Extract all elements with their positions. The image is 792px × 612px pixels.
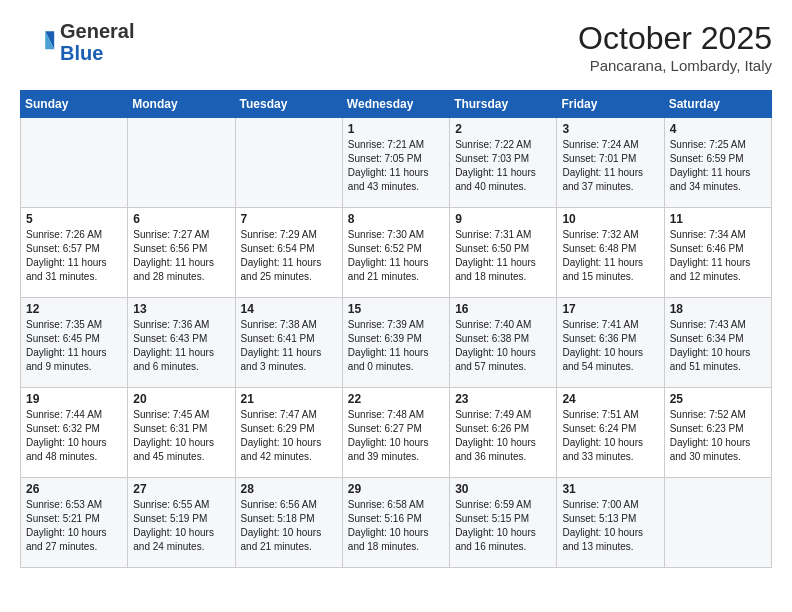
calendar-cell: 26Sunrise: 6:53 AM Sunset: 5:21 PM Dayli… [21, 478, 128, 568]
day-number: 23 [455, 392, 551, 406]
day-info: Sunrise: 7:00 AM Sunset: 5:13 PM Dayligh… [562, 498, 658, 554]
calendar-cell: 17Sunrise: 7:41 AM Sunset: 6:36 PM Dayli… [557, 298, 664, 388]
calendar-week-row: 26Sunrise: 6:53 AM Sunset: 5:21 PM Dayli… [21, 478, 772, 568]
day-info: Sunrise: 7:29 AM Sunset: 6:54 PM Dayligh… [241, 228, 337, 284]
calendar-cell: 5Sunrise: 7:26 AM Sunset: 6:57 PM Daylig… [21, 208, 128, 298]
calendar-cell: 3Sunrise: 7:24 AM Sunset: 7:01 PM Daylig… [557, 118, 664, 208]
calendar-cell: 19Sunrise: 7:44 AM Sunset: 6:32 PM Dayli… [21, 388, 128, 478]
day-info: Sunrise: 7:52 AM Sunset: 6:23 PM Dayligh… [670, 408, 766, 464]
calendar-cell: 9Sunrise: 7:31 AM Sunset: 6:50 PM Daylig… [450, 208, 557, 298]
calendar-cell [128, 118, 235, 208]
day-number: 15 [348, 302, 444, 316]
day-number: 9 [455, 212, 551, 226]
day-info: Sunrise: 7:40 AM Sunset: 6:38 PM Dayligh… [455, 318, 551, 374]
day-info: Sunrise: 6:58 AM Sunset: 5:16 PM Dayligh… [348, 498, 444, 554]
day-info: Sunrise: 7:41 AM Sunset: 6:36 PM Dayligh… [562, 318, 658, 374]
logo-general: General [60, 20, 134, 42]
logo-blue: Blue [60, 42, 134, 64]
day-number: 30 [455, 482, 551, 496]
calendar-week-row: 19Sunrise: 7:44 AM Sunset: 6:32 PM Dayli… [21, 388, 772, 478]
calendar-cell: 14Sunrise: 7:38 AM Sunset: 6:41 PM Dayli… [235, 298, 342, 388]
day-info: Sunrise: 7:21 AM Sunset: 7:05 PM Dayligh… [348, 138, 444, 194]
day-info: Sunrise: 7:39 AM Sunset: 6:39 PM Dayligh… [348, 318, 444, 374]
day-number: 22 [348, 392, 444, 406]
calendar-cell: 22Sunrise: 7:48 AM Sunset: 6:27 PM Dayli… [342, 388, 449, 478]
day-info: Sunrise: 7:27 AM Sunset: 6:56 PM Dayligh… [133, 228, 229, 284]
calendar-cell: 23Sunrise: 7:49 AM Sunset: 6:26 PM Dayli… [450, 388, 557, 478]
month-title: October 2025 [578, 20, 772, 57]
day-info: Sunrise: 7:45 AM Sunset: 6:31 PM Dayligh… [133, 408, 229, 464]
day-info: Sunrise: 7:36 AM Sunset: 6:43 PM Dayligh… [133, 318, 229, 374]
calendar-cell: 1Sunrise: 7:21 AM Sunset: 7:05 PM Daylig… [342, 118, 449, 208]
day-number: 27 [133, 482, 229, 496]
calendar-cell: 28Sunrise: 6:56 AM Sunset: 5:18 PM Dayli… [235, 478, 342, 568]
day-info: Sunrise: 7:38 AM Sunset: 6:41 PM Dayligh… [241, 318, 337, 374]
calendar-cell: 27Sunrise: 6:55 AM Sunset: 5:19 PM Dayli… [128, 478, 235, 568]
calendar-cell: 6Sunrise: 7:27 AM Sunset: 6:56 PM Daylig… [128, 208, 235, 298]
day-info: Sunrise: 7:24 AM Sunset: 7:01 PM Dayligh… [562, 138, 658, 194]
day-number: 6 [133, 212, 229, 226]
calendar-cell: 25Sunrise: 7:52 AM Sunset: 6:23 PM Dayli… [664, 388, 771, 478]
weekday-header: Monday [128, 91, 235, 118]
day-number: 7 [241, 212, 337, 226]
calendar-cell: 29Sunrise: 6:58 AM Sunset: 5:16 PM Dayli… [342, 478, 449, 568]
day-number: 18 [670, 302, 766, 316]
calendar-cell: 20Sunrise: 7:45 AM Sunset: 6:31 PM Dayli… [128, 388, 235, 478]
day-number: 13 [133, 302, 229, 316]
calendar-cell: 15Sunrise: 7:39 AM Sunset: 6:39 PM Dayli… [342, 298, 449, 388]
calendar-cell: 16Sunrise: 7:40 AM Sunset: 6:38 PM Dayli… [450, 298, 557, 388]
day-info: Sunrise: 7:34 AM Sunset: 6:46 PM Dayligh… [670, 228, 766, 284]
day-info: Sunrise: 7:31 AM Sunset: 6:50 PM Dayligh… [455, 228, 551, 284]
weekday-header-row: SundayMondayTuesdayWednesdayThursdayFrid… [21, 91, 772, 118]
weekday-header: Friday [557, 91, 664, 118]
calendar-week-row: 5Sunrise: 7:26 AM Sunset: 6:57 PM Daylig… [21, 208, 772, 298]
day-number: 29 [348, 482, 444, 496]
location: Pancarana, Lombardy, Italy [578, 57, 772, 74]
day-info: Sunrise: 7:51 AM Sunset: 6:24 PM Dayligh… [562, 408, 658, 464]
calendar-cell: 7Sunrise: 7:29 AM Sunset: 6:54 PM Daylig… [235, 208, 342, 298]
day-number: 4 [670, 122, 766, 136]
calendar-week-row: 1Sunrise: 7:21 AM Sunset: 7:05 PM Daylig… [21, 118, 772, 208]
day-number: 26 [26, 482, 122, 496]
calendar-cell: 24Sunrise: 7:51 AM Sunset: 6:24 PM Dayli… [557, 388, 664, 478]
day-number: 5 [26, 212, 122, 226]
weekday-header: Wednesday [342, 91, 449, 118]
day-info: Sunrise: 7:32 AM Sunset: 6:48 PM Dayligh… [562, 228, 658, 284]
logo-icon [20, 24, 56, 60]
day-info: Sunrise: 7:44 AM Sunset: 6:32 PM Dayligh… [26, 408, 122, 464]
weekday-header: Tuesday [235, 91, 342, 118]
day-number: 12 [26, 302, 122, 316]
calendar-cell: 2Sunrise: 7:22 AM Sunset: 7:03 PM Daylig… [450, 118, 557, 208]
title-block: October 2025 Pancarana, Lombardy, Italy [578, 20, 772, 74]
day-number: 31 [562, 482, 658, 496]
day-info: Sunrise: 6:59 AM Sunset: 5:15 PM Dayligh… [455, 498, 551, 554]
calendar-cell: 31Sunrise: 7:00 AM Sunset: 5:13 PM Dayli… [557, 478, 664, 568]
day-number: 28 [241, 482, 337, 496]
day-info: Sunrise: 6:53 AM Sunset: 5:21 PM Dayligh… [26, 498, 122, 554]
day-number: 24 [562, 392, 658, 406]
day-number: 17 [562, 302, 658, 316]
calendar-cell: 12Sunrise: 7:35 AM Sunset: 6:45 PM Dayli… [21, 298, 128, 388]
calendar-cell: 10Sunrise: 7:32 AM Sunset: 6:48 PM Dayli… [557, 208, 664, 298]
page-header: General Blue October 2025 Pancarana, Lom… [20, 20, 772, 74]
calendar-cell: 21Sunrise: 7:47 AM Sunset: 6:29 PM Dayli… [235, 388, 342, 478]
day-number: 2 [455, 122, 551, 136]
calendar-cell [21, 118, 128, 208]
day-info: Sunrise: 7:35 AM Sunset: 6:45 PM Dayligh… [26, 318, 122, 374]
calendar-cell: 11Sunrise: 7:34 AM Sunset: 6:46 PM Dayli… [664, 208, 771, 298]
day-number: 20 [133, 392, 229, 406]
day-number: 16 [455, 302, 551, 316]
day-number: 14 [241, 302, 337, 316]
day-number: 11 [670, 212, 766, 226]
calendar-cell: 13Sunrise: 7:36 AM Sunset: 6:43 PM Dayli… [128, 298, 235, 388]
weekday-header: Thursday [450, 91, 557, 118]
weekday-header: Sunday [21, 91, 128, 118]
logo: General Blue [20, 20, 134, 64]
logo-text: General Blue [60, 20, 134, 64]
day-number: 3 [562, 122, 658, 136]
calendar-cell: 18Sunrise: 7:43 AM Sunset: 6:34 PM Dayli… [664, 298, 771, 388]
day-info: Sunrise: 7:22 AM Sunset: 7:03 PM Dayligh… [455, 138, 551, 194]
calendar-week-row: 12Sunrise: 7:35 AM Sunset: 6:45 PM Dayli… [21, 298, 772, 388]
day-info: Sunrise: 7:48 AM Sunset: 6:27 PM Dayligh… [348, 408, 444, 464]
day-number: 19 [26, 392, 122, 406]
